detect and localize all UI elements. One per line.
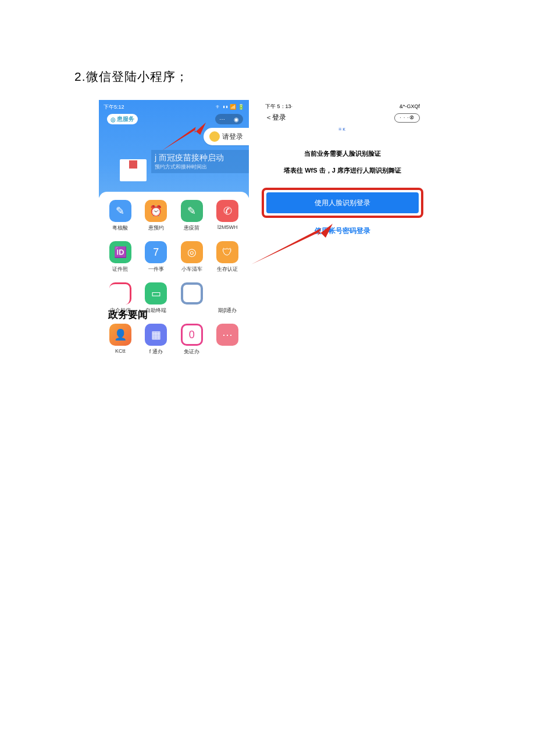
app-yuetongban[interactable]: 期β通办 xyxy=(211,282,244,314)
status-time: 下午5:12 xyxy=(104,103,124,111)
status-bar: 下午5:12 ᯤ ▮▮ 📶 🔋 xyxy=(99,102,249,112)
app-kctt[interactable]: 👤KCtt xyxy=(104,324,137,356)
terminal-icon: ▭ xyxy=(145,282,167,304)
back-button[interactable]: ＜登录 xyxy=(265,113,286,123)
section-title: 政务要闻 xyxy=(108,308,148,321)
app-zhengjianzhao[interactable]: 🆔证件照 xyxy=(104,241,137,273)
capsule-menu-icon[interactable]: ⋯ xyxy=(219,116,225,123)
shield-icon: 🛡 xyxy=(216,241,238,263)
scan-icon: ✎ xyxy=(109,200,131,222)
phone-right-screenshot: 下午 5：13· &*-GXQf ＜登录 · · ·⦿ ≡ĸ 当前业务需要人脸识… xyxy=(258,100,427,361)
logo-text: 患服务 xyxy=(117,115,134,123)
svg-marker-0 xyxy=(162,123,206,151)
app-logo: ◎ 患服务 xyxy=(107,114,138,124)
app-yuehesuan[interactable]: ✎粤核酸 xyxy=(104,200,137,232)
syringe-icon: ✎ xyxy=(181,200,203,222)
nav-bar: ＜登录 · · ·⦿ xyxy=(258,110,427,125)
blank-icon xyxy=(216,282,238,304)
more-icon: ⋯ xyxy=(216,324,238,346)
login-label: 请登录 xyxy=(222,132,243,142)
app-circle[interactable] xyxy=(175,282,209,314)
phone-left-screenshot: 下午5:12 ᯤ ▮▮ 📶 🔋 ◎ 患服务 ⋯ ◉ 请登录 xyxy=(99,100,249,361)
primary-button-highlight: 使用人脸识别登录 xyxy=(262,188,423,218)
banner-line1: j 而冠疫苗接种启动 xyxy=(155,153,245,163)
clock-icon: ⏰ xyxy=(145,200,167,222)
number-icon: 7 xyxy=(145,241,167,263)
password-login-link[interactable]: 使用帐号密码登录 xyxy=(258,226,427,236)
login-button[interactable]: 请登录 xyxy=(204,128,249,145)
avatar-icon xyxy=(209,131,220,142)
target-icon: ◎ xyxy=(181,241,203,263)
app-grid: ✎粤核酸 ⏰患预约 ✎患疫苗 ✆l2M5WH 🆔证件照 7一件事 ◎小车清车 🛡… xyxy=(99,192,249,361)
phone-icon: ✆ xyxy=(216,200,238,222)
annotation-arrow-icon xyxy=(162,122,207,151)
zero-icon: 0 xyxy=(181,324,203,346)
app-yueyimiao[interactable]: ✎患疫苗 xyxy=(175,200,209,232)
capsule-close-icon[interactable]: ◉ xyxy=(234,116,239,123)
app-shengcunrenzheng[interactable]: 🛡生存认证 xyxy=(211,241,244,273)
qr-icon: ▦ xyxy=(145,324,167,346)
status-bar: 下午 5：13· &*-GXQf xyxy=(258,102,427,110)
screenshot-row: 下午5:12 ᯤ ▮▮ 📶 🔋 ◎ 患服务 ⋯ ◉ 请登录 xyxy=(99,100,427,361)
status-icons: ᯤ ▮▮ 📶 🔋 xyxy=(216,104,244,110)
app-more[interactable]: ⋯ xyxy=(211,324,244,356)
person-icon: 👤 xyxy=(109,324,131,346)
banner-text: j 而冠疫苗接种启动 预约方式和接种时间出 xyxy=(151,150,249,173)
face-msg-1: 当前业务需要人脸识别脸证 xyxy=(258,149,427,158)
app-mianzhengban[interactable]: 0免证办 xyxy=(175,324,209,356)
password-login-text: 使用帐号密码登录 xyxy=(315,227,370,235)
id-icon: 🆔 xyxy=(109,241,131,263)
app-ftongban[interactable]: ▦f 通办 xyxy=(139,324,173,356)
app-xiaocheweizhang[interactable]: ◎小车清车 xyxy=(175,241,209,273)
nav-mid: ≡ĸ xyxy=(258,126,427,132)
corner-icon xyxy=(109,282,131,304)
face-msg-2: 塔表往 WfS 击，J 席序逬行人期识别舞证 xyxy=(258,166,427,175)
app-yueyuyue[interactable]: ⏰患预约 xyxy=(139,200,173,232)
wechat-capsule[interactable]: ⋯ ◉ xyxy=(215,114,243,124)
app-yueshengshi[interactable]: ✆l2M5WH xyxy=(211,200,244,232)
hospital-cross-icon xyxy=(129,160,137,169)
page-title: 2.微信登陆小程序； xyxy=(74,69,188,85)
wechat-capsule[interactable]: · · ·⦿ xyxy=(394,113,420,123)
logo-icon: ◎ xyxy=(110,116,116,123)
mini-app-header: 下午5:12 ᯤ ▮▮ 📶 🔋 ◎ 患服务 ⋯ ◉ 请登录 xyxy=(99,100,249,198)
circle-icon xyxy=(181,282,203,304)
banner-line2: 预约方式和接种时间出 xyxy=(155,163,245,171)
app-yijianshi[interactable]: 7一件事 xyxy=(139,241,173,273)
status-right: &*-GXQf xyxy=(400,103,420,109)
face-login-button[interactable]: 使用人脸识别登录 xyxy=(266,192,419,213)
status-time: 下午 5：13· xyxy=(265,103,293,110)
